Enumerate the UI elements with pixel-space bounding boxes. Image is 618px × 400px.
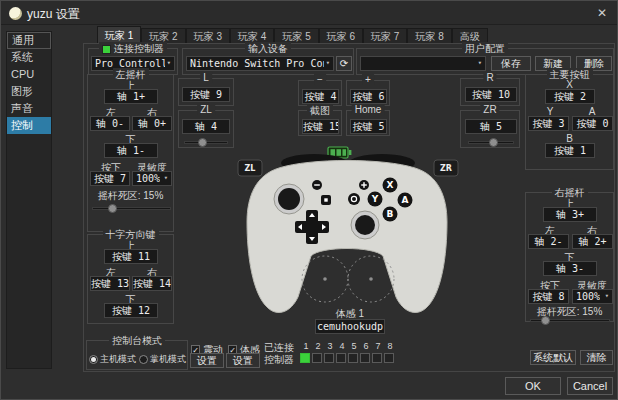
- docked-label: 主机模式: [100, 354, 136, 364]
- sidebar-item-graphics[interactable]: 图形: [7, 83, 51, 100]
- console-mode-title: 控制台模式: [109, 334, 165, 348]
- cancel-button[interactable]: Cancel: [567, 377, 613, 395]
- dpad-left-button[interactable]: 按键 13: [90, 276, 130, 291]
- right-stick-icon: [351, 211, 379, 239]
- input-device-group: 输入设备 Nintendo Switch Pro Control ▾ ⟳: [182, 48, 354, 75]
- zr-button-group: ZR 轴 5: [460, 110, 520, 148]
- profile-select[interactable]: ▾: [360, 56, 486, 71]
- clear-button[interactable]: 清除: [580, 350, 613, 365]
- left-stick-icon: [274, 184, 304, 214]
- sidebar-item-system[interactable]: 系统: [7, 49, 51, 66]
- right-stick-up-button[interactable]: 轴 3+: [543, 207, 597, 222]
- left-stick-up-button[interactable]: 轴 1+: [104, 89, 158, 104]
- controller-5-connected-checkbox[interactable]: [348, 353, 358, 363]
- b-bind-button[interactable]: 按键 1: [545, 143, 595, 158]
- left-stick-right-button[interactable]: 轴 0+: [132, 116, 172, 131]
- controller-number: 5: [348, 341, 360, 351]
- radio-on-icon: [89, 355, 98, 364]
- motion-settings-button[interactable]: 设置: [226, 353, 260, 368]
- right-stick-sensitivity-select[interactable]: 100% ▾: [572, 289, 613, 304]
- tab-player-3[interactable]: 玩家 3: [186, 28, 230, 44]
- controller-4-connected-checkbox[interactable]: [336, 353, 346, 363]
- window-title: yuzu 设置: [27, 6, 80, 23]
- refresh-icon: ⟳: [340, 58, 348, 69]
- close-icon[interactable]: ✕: [594, 5, 610, 21]
- controller-6-connected-checkbox[interactable]: [360, 353, 370, 363]
- controller-2-connected-checkbox[interactable]: [312, 353, 322, 363]
- tab-player-8[interactable]: 玩家 8: [407, 28, 451, 44]
- controller-3-connected-checkbox[interactable]: [324, 353, 334, 363]
- zr-bind-button[interactable]: 轴 5: [465, 119, 517, 134]
- r-bind-button[interactable]: 按键 10: [465, 87, 517, 102]
- sidebar-item-audio[interactable]: 声音: [7, 100, 51, 117]
- restore-defaults-button[interactable]: 系统默认: [530, 350, 576, 365]
- left-stick-sensitivity-value: 100%: [136, 172, 160, 185]
- handheld-radio[interactable]: 掌机模式: [139, 350, 186, 368]
- right-stick-left-button[interactable]: 轴 2-: [528, 234, 569, 249]
- controller-number: 4: [336, 341, 348, 351]
- right-stick-press-button[interactable]: 按键 8: [528, 289, 569, 304]
- slider-knob[interactable]: [198, 138, 207, 147]
- yuzu-logo-icon: [9, 7, 22, 20]
- slider-knob[interactable]: [108, 204, 117, 213]
- l-bind-button[interactable]: 按键 9: [182, 87, 230, 102]
- plus-icon: [359, 180, 369, 190]
- dropdown-arrow-icon: ▾: [326, 57, 330, 70]
- capture-title: 截图: [307, 104, 333, 118]
- right-stick-right-button[interactable]: 轴 2+: [572, 234, 613, 249]
- minus-bind-button[interactable]: 按键 4: [302, 89, 339, 104]
- dpad-right-button[interactable]: 按键 14: [132, 276, 172, 291]
- controller-number: 7: [372, 341, 384, 351]
- controller-number: 3: [324, 341, 336, 351]
- docked-radio[interactable]: 主机模式: [89, 350, 136, 368]
- vibration-settings-button[interactable]: 设置: [190, 353, 224, 368]
- controller-7-connected-checkbox[interactable]: [372, 353, 382, 363]
- ok-button[interactable]: OK: [505, 377, 561, 395]
- left-stick-down-button[interactable]: 轴 1-: [104, 143, 158, 158]
- zr-threshold-slider[interactable]: [468, 137, 514, 147]
- left-stick-sensitivity-select[interactable]: 100% ▾: [132, 171, 172, 186]
- controller-preview: X Y A B ZL ZR: [232, 142, 466, 314]
- controller-number: 2: [312, 341, 324, 351]
- motion-zones-icon: [302, 256, 394, 302]
- connect-controller-checkbox[interactable]: [102, 45, 111, 54]
- sidebar-item-controls[interactable]: 控制: [7, 117, 51, 134]
- slider-knob[interactable]: [541, 316, 550, 325]
- dropdown-arrow-icon: ▾: [164, 172, 168, 185]
- a-bind-button[interactable]: 按键 0: [572, 116, 613, 131]
- capture-bind-button[interactable]: 按键 15: [302, 119, 339, 134]
- plus-bind-button[interactable]: 按键 6: [350, 89, 387, 104]
- x-bind-button[interactable]: 按键 2: [545, 89, 595, 104]
- profile-save-button[interactable]: 保存: [491, 56, 531, 71]
- tab-player-7[interactable]: 玩家 7: [363, 28, 407, 44]
- console-mode-group: 控制台模式 主机模式 掌机模式: [86, 340, 188, 370]
- left-stick-deadzone-slider[interactable]: [92, 203, 171, 213]
- settings-window: yuzu 设置 ✕ 通用 系统 CPU 图形 声音 控制 玩家 1 玩家 2 玩…: [0, 0, 618, 400]
- sidebar-item-general[interactable]: 通用: [7, 32, 51, 49]
- controller-8-connected-checkbox[interactable]: [384, 353, 394, 363]
- motion-1-bind-button[interactable]: cemuhookudp: [315, 319, 385, 334]
- svg-text:X: X: [387, 180, 394, 190]
- left-stick-press-button[interactable]: 按键 7: [90, 171, 130, 186]
- left-stick-left-button[interactable]: 轴 0-: [90, 116, 130, 131]
- y-bind-button[interactable]: 按键 3: [528, 116, 569, 131]
- dpad-down-button[interactable]: 按键 12: [104, 303, 158, 318]
- slider-knob[interactable]: [489, 138, 498, 147]
- svg-text:ZL: ZL: [245, 164, 256, 173]
- zl-bind-button[interactable]: 轴 4: [182, 119, 230, 134]
- right-stick-down-button[interactable]: 轴 3-: [543, 261, 597, 276]
- right-stick-deadzone-slider[interactable]: [530, 315, 610, 325]
- refresh-devices-button[interactable]: ⟳: [336, 56, 352, 71]
- home-bind-button[interactable]: 按键 5: [350, 119, 387, 134]
- controller-1-connected-checkbox[interactable]: [300, 353, 310, 363]
- input-device-select[interactable]: Nintendo Switch Pro Control ▾: [186, 56, 334, 71]
- svg-text:Y: Y: [371, 194, 379, 204]
- dpad-up-button[interactable]: 按键 11: [104, 249, 158, 264]
- tab-player-6[interactable]: 玩家 6: [319, 28, 363, 44]
- zr-title: ZR: [480, 104, 499, 115]
- home-button-group: Home 按键 5: [346, 110, 390, 136]
- zr-badge: ZR: [434, 160, 458, 176]
- sidebar-item-cpu[interactable]: CPU: [7, 66, 51, 83]
- zl-threshold-slider[interactable]: [184, 137, 228, 147]
- left-stick-group: 左摇杆 上 轴 1+ 左 右 轴 0- 轴 0+ 下 轴 1- 按下 灵敏度 按…: [87, 74, 174, 232]
